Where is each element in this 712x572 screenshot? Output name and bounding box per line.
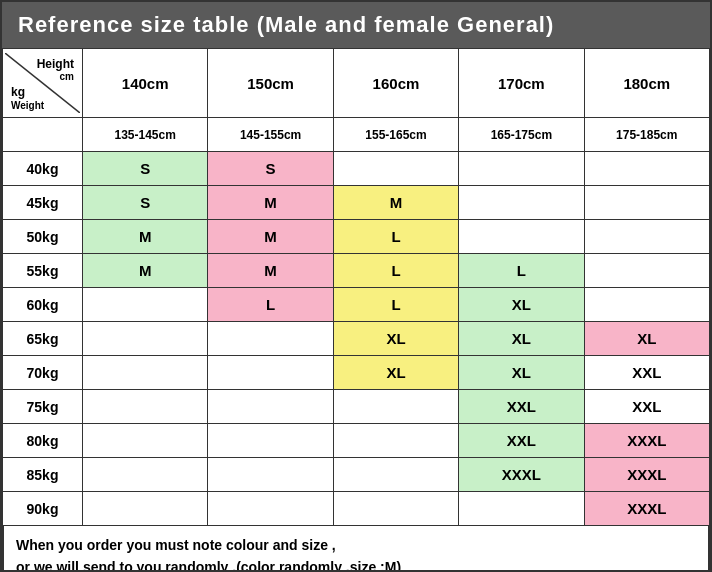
size-cell: S bbox=[208, 152, 333, 186]
table-body: 40kgSS45kgSMM50kgMML55kgMMLL60kgLLXL65kg… bbox=[3, 152, 710, 526]
size-table-container: Height cm kg Weight 140cm 150cm 160cm 17… bbox=[2, 48, 710, 526]
size-cell bbox=[333, 458, 458, 492]
table-row: 90kgXXXL bbox=[3, 492, 710, 526]
table-row: 80kgXXLXXXL bbox=[3, 424, 710, 458]
size-cell: L bbox=[333, 288, 458, 322]
size-cell bbox=[584, 288, 709, 322]
subheader-range-3: 165-175cm bbox=[459, 118, 584, 152]
subheader-range-0: 135-145cm bbox=[83, 118, 208, 152]
table-row: 50kgMML bbox=[3, 220, 710, 254]
corner-height-label: Height bbox=[37, 57, 74, 71]
size-cell: M bbox=[83, 254, 208, 288]
subheader-range-1: 145-155cm bbox=[208, 118, 333, 152]
weight-cell: 90kg bbox=[3, 492, 83, 526]
subheader-range-2: 155-165cm bbox=[333, 118, 458, 152]
weight-cell: 45kg bbox=[3, 186, 83, 220]
size-cell bbox=[459, 492, 584, 526]
size-cell bbox=[208, 492, 333, 526]
size-cell bbox=[333, 390, 458, 424]
table-row: 70kgXLXLXXL bbox=[3, 356, 710, 390]
title-bar: Reference size table (Male and female Ge… bbox=[2, 2, 710, 48]
weight-cell: 50kg bbox=[3, 220, 83, 254]
size-cell: M bbox=[208, 220, 333, 254]
size-cell: M bbox=[333, 186, 458, 220]
corner-kg-label: kg bbox=[11, 85, 25, 99]
size-cell: XXXL bbox=[584, 424, 709, 458]
footer: When you order you must note colour and … bbox=[2, 526, 710, 572]
table-row: 85kgXXXLXXXL bbox=[3, 458, 710, 492]
weight-cell: 40kg bbox=[3, 152, 83, 186]
table-row: 40kgSS bbox=[3, 152, 710, 186]
col-header-170: 170cm bbox=[459, 49, 584, 118]
size-cell bbox=[459, 152, 584, 186]
size-cell: XL bbox=[333, 322, 458, 356]
size-cell: L bbox=[333, 254, 458, 288]
weight-cell: 60kg bbox=[3, 288, 83, 322]
size-cell bbox=[459, 220, 584, 254]
table-row: 65kgXLXLXL bbox=[3, 322, 710, 356]
subheader-range-4: 175-185cm bbox=[584, 118, 709, 152]
size-table: Height cm kg Weight 140cm 150cm 160cm 17… bbox=[2, 48, 710, 526]
weight-cell: 80kg bbox=[3, 424, 83, 458]
size-cell bbox=[83, 288, 208, 322]
size-cell: S bbox=[83, 152, 208, 186]
title-text: Reference size table (Male and female Ge… bbox=[18, 12, 554, 37]
size-cell: XL bbox=[459, 288, 584, 322]
footer-line2: or we will send to you randomly .(color … bbox=[16, 556, 696, 572]
size-cell bbox=[584, 220, 709, 254]
size-cell bbox=[208, 356, 333, 390]
size-cell bbox=[83, 390, 208, 424]
col-header-160: 160cm bbox=[333, 49, 458, 118]
size-cell bbox=[83, 458, 208, 492]
size-cell: M bbox=[83, 220, 208, 254]
size-cell: S bbox=[83, 186, 208, 220]
weight-cell: 65kg bbox=[3, 322, 83, 356]
size-cell: XXXL bbox=[459, 458, 584, 492]
corner-weight-label: Weight bbox=[11, 100, 44, 111]
size-cell bbox=[83, 424, 208, 458]
size-cell: XL bbox=[333, 356, 458, 390]
header-row: Height cm kg Weight 140cm 150cm 160cm 17… bbox=[3, 49, 710, 118]
size-cell bbox=[584, 152, 709, 186]
size-cell: XXXL bbox=[584, 492, 709, 526]
size-cell bbox=[208, 322, 333, 356]
corner-header: Height cm kg Weight bbox=[3, 49, 83, 118]
size-cell: XXXL bbox=[584, 458, 709, 492]
size-cell bbox=[584, 254, 709, 288]
size-cell bbox=[208, 390, 333, 424]
weight-cell: 75kg bbox=[3, 390, 83, 424]
col-header-140: 140cm bbox=[83, 49, 208, 118]
table-row: 55kgMMLL bbox=[3, 254, 710, 288]
size-cell bbox=[584, 186, 709, 220]
col-header-150: 150cm bbox=[208, 49, 333, 118]
table-row: 60kgLLXL bbox=[3, 288, 710, 322]
corner-cm-label: cm bbox=[60, 71, 74, 82]
size-cell bbox=[83, 492, 208, 526]
size-cell: L bbox=[333, 220, 458, 254]
weight-cell: 55kg bbox=[3, 254, 83, 288]
footer-line1: When you order you must note colour and … bbox=[16, 534, 696, 556]
weight-cell: 70kg bbox=[3, 356, 83, 390]
size-cell: XL bbox=[459, 322, 584, 356]
size-cell: XXL bbox=[459, 390, 584, 424]
size-cell bbox=[333, 424, 458, 458]
size-cell bbox=[208, 424, 333, 458]
subheader-corner bbox=[3, 118, 83, 152]
size-cell: XL bbox=[584, 322, 709, 356]
size-cell: XXL bbox=[584, 390, 709, 424]
size-cell: M bbox=[208, 254, 333, 288]
weight-cell: 85kg bbox=[3, 458, 83, 492]
size-cell bbox=[83, 322, 208, 356]
col-header-180: 180cm bbox=[584, 49, 709, 118]
size-cell bbox=[333, 152, 458, 186]
table-row: 45kgSMM bbox=[3, 186, 710, 220]
size-cell: L bbox=[459, 254, 584, 288]
size-cell bbox=[208, 458, 333, 492]
size-cell bbox=[83, 356, 208, 390]
size-cell: XXL bbox=[584, 356, 709, 390]
size-cell bbox=[333, 492, 458, 526]
subheader-row: 135-145cm 145-155cm 155-165cm 165-175cm … bbox=[3, 118, 710, 152]
size-cell bbox=[459, 186, 584, 220]
size-cell: L bbox=[208, 288, 333, 322]
size-cell: M bbox=[208, 186, 333, 220]
